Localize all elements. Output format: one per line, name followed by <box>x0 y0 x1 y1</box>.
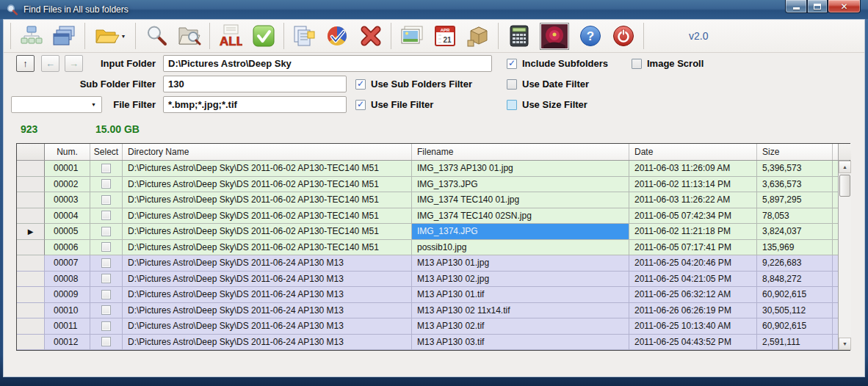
row-select-checkbox[interactable] <box>101 227 111 236</box>
use-size-filter-checkbox[interactable]: ✓ Use Size Filter <box>507 96 587 113</box>
titlebar[interactable]: Find Files in All sub folders ✕ <box>0 0 868 19</box>
size-cell[interactable]: 2,591,111 <box>757 335 833 351</box>
date-cell[interactable]: 2011-06-25 04:21:05 PM <box>629 272 757 288</box>
filename-cell[interactable]: IMG_1373.JPG <box>412 177 629 193</box>
date-cell[interactable]: 2011-06-25 10:13:40 AM <box>629 318 757 335</box>
row-selector-cell[interactable] <box>17 208 45 225</box>
exit-button[interactable] <box>607 21 640 51</box>
filename-cell[interactable]: possib10.jpg <box>412 240 629 256</box>
row-select-checkbox[interactable] <box>101 321 111 331</box>
num-cell[interactable]: 00008 <box>45 272 90 288</box>
num-cell[interactable]: 00012 <box>45 335 90 351</box>
num-cell[interactable]: 00005 <box>45 224 90 240</box>
help-button[interactable]: ? <box>574 21 607 51</box>
archive-package-button[interactable] <box>461 21 494 51</box>
filename-cell[interactable]: M13 AP130 02.jpg <box>412 272 629 288</box>
size-cell[interactable]: 3,824,037 <box>757 224 833 240</box>
date-cell[interactable]: 2011-06-05 07:42:34 PM <box>629 208 757 225</box>
row-selector-cell[interactable] <box>17 335 45 351</box>
row-select-checkbox[interactable] <box>101 164 111 173</box>
filename-cell[interactable]: M13 AP130 01.jpg <box>412 255 629 272</box>
image-scroll-checkbox[interactable]: ✓ Image Scroll <box>632 55 704 72</box>
directory-cell[interactable]: D:\Pictures Astro\Deep Sky\DS 2011-06-24… <box>123 255 412 272</box>
filename-cell[interactable]: IMG_1374 TEC140 01.jpg <box>412 192 629 208</box>
row-select-checkbox[interactable] <box>101 258 111 268</box>
include-subfolders-checkbox[interactable]: ✓ Include Subfolders <box>507 55 608 72</box>
maximize-button[interactable] <box>807 0 828 13</box>
size-cell[interactable]: 78,053 <box>757 208 833 225</box>
filename-cell[interactable]: IMG_1373 AP130 01.jpg <box>412 161 629 177</box>
row-selector-cell[interactable] <box>17 287 45 303</box>
row-selector-cell[interactable] <box>17 303 45 319</box>
size-cell[interactable]: 60,902,615 <box>757 318 833 335</box>
directory-cell[interactable]: D:\Pictures Astro\Deep Sky\DS 2011-06-24… <box>123 272 412 288</box>
use-file-filter-checkbox[interactable]: ✓ Use File Filter <box>355 96 433 113</box>
filename-cell[interactable]: IMG_1374.JPG <box>412 224 629 240</box>
directory-cell[interactable]: D:\Pictures Astro\Deep Sky\DS 2011-06-24… <box>123 318 412 335</box>
size-cell[interactable]: 9,226,683 <box>757 255 833 272</box>
row-selector-cell[interactable] <box>17 318 45 335</box>
directory-cell[interactable]: D:\Pictures Astro\Deep Sky\DS 2011-06-24… <box>123 287 412 303</box>
view-images-button[interactable] <box>395 21 428 51</box>
use-date-filter-checkbox[interactable]: ✓ Use Date Filter <box>507 76 589 92</box>
size-cell[interactable]: 8,848,272 <box>757 272 833 288</box>
date-cell[interactable]: 2011-06-25 04:20:46 PM <box>629 255 757 272</box>
num-cell[interactable]: 00007 <box>45 255 90 272</box>
date-cell[interactable]: 2011-06-25 06:32:12 AM <box>629 287 757 303</box>
column-header-select[interactable]: Select <box>90 144 123 160</box>
directory-cell[interactable]: D:\Pictures Astro\Deep Sky\DS 2011-06-24… <box>123 303 412 319</box>
num-cell[interactable]: 00010 <box>45 303 90 319</box>
directory-cell[interactable]: D:\Pictures Astro\Deep Sky\DS 2011-06-02… <box>123 240 412 256</box>
directory-cell[interactable]: D:\Pictures Astro\Deep Sky\DS 2011-06-02… <box>123 224 412 240</box>
filename-cell[interactable]: M13 AP130 03.tif <box>412 335 629 351</box>
row-selector-cell[interactable] <box>17 272 45 288</box>
calculator-button[interactable] <box>502 21 535 51</box>
filename-cell[interactable]: M13 AP130 02 11x14.tif <box>412 303 629 319</box>
num-cell[interactable]: 00003 <box>45 192 90 208</box>
confirm-check-button[interactable] <box>247 21 280 51</box>
sub-folder-filter-field[interactable] <box>163 76 347 92</box>
row-select-checkbox[interactable] <box>101 179 111 189</box>
copy-files-button[interactable] <box>288 21 321 51</box>
num-cell[interactable]: 00004 <box>45 208 90 225</box>
input-folder-field[interactable] <box>163 55 492 72</box>
size-cell[interactable]: 5,897,295 <box>757 192 833 208</box>
directory-cell[interactable]: D:\Pictures Astro\Deep Sky\DS 2011-06-02… <box>123 192 412 208</box>
filename-cell[interactable]: IMG_1374 TEC140 02SN.jpg <box>412 208 629 225</box>
directory-cell[interactable]: D:\Pictures Astro\Deep Sky\DS 2011-06-02… <box>123 177 412 193</box>
directory-cell[interactable]: D:\Pictures Astro\Deep Sky\DS 2011-06-24… <box>123 335 412 351</box>
size-cell[interactable]: 3,636,573 <box>757 177 833 193</box>
column-header-date[interactable]: Date <box>629 144 757 160</box>
column-header-size[interactable]: Size <box>757 144 833 160</box>
verify-check-button[interactable] <box>321 21 354 51</box>
directory-cell[interactable]: D:\Pictures Astro\Deep Sky\DS 2011-06-02… <box>123 208 412 225</box>
size-cell[interactable]: 60,902,615 <box>757 287 833 303</box>
row-select-checkbox[interactable] <box>101 211 111 220</box>
delete-button[interactable] <box>354 21 387 51</box>
size-cell[interactable]: 30,505,112 <box>757 303 833 319</box>
filename-cell[interactable]: M13 AP130 02.tif <box>412 318 629 335</box>
row-select-checkbox[interactable] <box>101 305 111 315</box>
vertical-scrollbar[interactable]: ▲ ▼ <box>838 161 851 350</box>
num-cell[interactable]: 00011 <box>45 318 90 335</box>
row-selector-cell[interactable] <box>17 255 45 272</box>
scroll-down-button[interactable]: ▼ <box>839 338 851 350</box>
tree-view-button[interactable] <box>15 21 48 51</box>
minimize-button[interactable] <box>785 0 807 13</box>
row-selector-cell[interactable]: ▶ <box>17 224 45 240</box>
date-cell[interactable]: 2011-06-25 04:43:52 PM <box>629 335 757 351</box>
date-cell[interactable]: 2011-06-03 11:26:22 AM <box>629 192 757 208</box>
num-cell[interactable]: 00001 <box>45 161 90 177</box>
date-cell[interactable]: 2011-06-03 11:26:09 AM <box>629 161 757 177</box>
column-header-num[interactable]: Num. <box>45 144 90 160</box>
row-select-checkbox[interactable] <box>101 290 111 299</box>
directory-cell[interactable]: D:\Pictures Astro\Deep Sky\DS 2011-06-02… <box>123 161 412 177</box>
num-cell[interactable]: 00006 <box>45 240 90 256</box>
row-selector-cell[interactable] <box>17 240 45 256</box>
use-sub-folders-filter-checkbox[interactable]: ✓ Use Sub Folders Filter <box>355 76 472 92</box>
row-selector-cell[interactable] <box>17 177 45 193</box>
image-preview-button[interactable] <box>535 21 574 51</box>
row-selector-cell[interactable] <box>17 192 45 208</box>
row-select-checkbox[interactable] <box>101 195 111 205</box>
row-select-checkbox[interactable] <box>101 337 111 346</box>
